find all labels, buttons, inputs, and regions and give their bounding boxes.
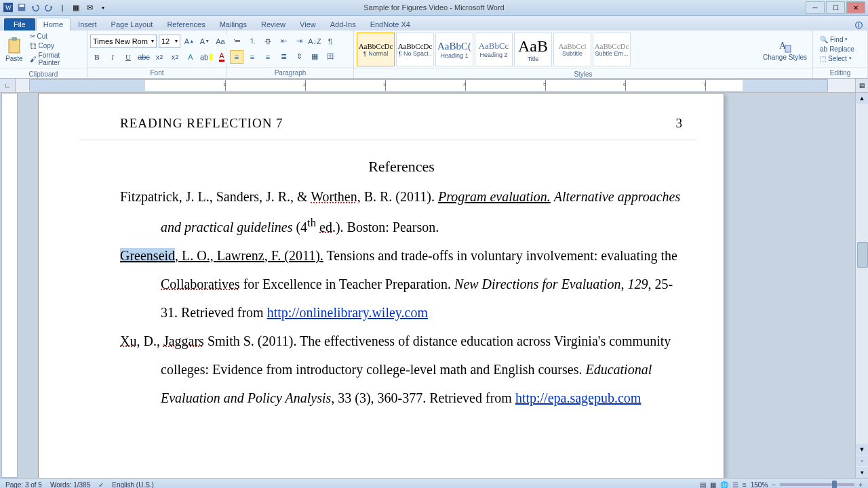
view-outline-icon[interactable]: ☰ (732, 481, 738, 489)
qat-dropdown-icon[interactable]: ▾ (98, 2, 108, 13)
maximize-button[interactable]: ☐ (826, 1, 845, 14)
cut-button[interactable]: ✂Cut (28, 32, 84, 41)
tab-endnote[interactable]: EndNote X4 (363, 18, 417, 30)
style-heading-1[interactable]: AaBbC(Heading 1 (435, 33, 473, 66)
status-page[interactable]: Page: 3 of 5 (5, 481, 42, 489)
close-button[interactable]: ✕ (846, 1, 865, 14)
zoom-value[interactable]: 150% (751, 481, 768, 489)
italic-button[interactable]: I (106, 50, 119, 64)
shrink-font-icon[interactable]: A▼ (198, 35, 212, 48)
tab-mailings[interactable]: Mailings (213, 18, 254, 30)
format-painter-button[interactable]: 🖌Format Painter (28, 51, 84, 67)
tab-review[interactable]: Review (254, 18, 292, 30)
tab-page-layout[interactable]: Page Layout (104, 18, 160, 30)
show-marks-button[interactable]: ¶ (323, 35, 337, 48)
font-color-button[interactable]: A (215, 50, 229, 64)
sort-button[interactable]: A↓Z (308, 35, 321, 48)
increase-indent-button[interactable]: ⇥ (292, 35, 306, 48)
vertical-scrollbar[interactable]: ▲ ▼ ◦ ▾ (855, 93, 868, 478)
bullets-button[interactable]: ≔ (230, 35, 243, 48)
grow-font-icon[interactable]: A▲ (182, 35, 196, 48)
tab-view[interactable]: View (293, 18, 323, 30)
status-language[interactable]: English (U.S.) (112, 481, 154, 489)
strikethrough-button[interactable]: abc (137, 50, 151, 64)
ruler-toggle-icon[interactable]: ▤ (855, 79, 868, 92)
style-heading-2[interactable]: AaBbCcHeading 2 (475, 33, 513, 66)
next-page-icon[interactable]: ▾ (856, 467, 868, 478)
reference-entry[interactable]: Fitzpatrick, J. L., Sanders, J. R., & Wo… (120, 182, 683, 241)
line-spacing-button[interactable]: ⇕ (292, 50, 306, 64)
group-editing: 🔍Find▾ abReplace ⬚Select▾ Editing (813, 30, 868, 78)
superscript-button[interactable]: x2 (168, 50, 182, 64)
view-print-icon[interactable]: ▤ (700, 481, 706, 489)
tab-addins[interactable]: Add-Ins (323, 18, 363, 30)
group-font: Times New Rom▾ 12▾ A▲ A▼ Aa ⌫ B I U abc … (87, 30, 227, 78)
style-title[interactable]: AaBTitle (514, 33, 552, 66)
horizontal-ruler[interactable]: 1234567 (29, 79, 828, 92)
status-words[interactable]: Words: 1/385 (50, 481, 90, 489)
scroll-up-icon[interactable]: ▲ (856, 93, 868, 104)
text-effects-icon[interactable]: A (184, 50, 197, 64)
paragraph-label: Paragraph (227, 67, 353, 78)
tab-home[interactable]: Home (36, 18, 71, 30)
replace-button[interactable]: abReplace (818, 45, 856, 54)
svg-text:W: W (5, 4, 12, 12)
replace-icon: ab (820, 45, 827, 53)
align-right-button[interactable]: ≡ (261, 50, 275, 64)
save-icon[interactable] (16, 2, 27, 13)
tab-selector[interactable]: ∟ (0, 79, 16, 92)
bold-button[interactable]: B (90, 50, 104, 64)
paste-button[interactable]: Paste (3, 37, 26, 62)
change-styles-button[interactable]: A Change Styles (760, 38, 810, 61)
view-web-icon[interactable]: 🌐 (720, 481, 728, 489)
redo-icon[interactable] (43, 2, 54, 13)
borders-button[interactable]: 田 (323, 50, 337, 64)
qat-sep: | (57, 2, 68, 13)
document-scroll[interactable]: READING REFLECTION 7 3 References Fitzpa… (18, 93, 868, 478)
scroll-down-icon[interactable]: ▼ (856, 444, 868, 455)
zoom-in-button[interactable]: + (859, 481, 863, 489)
header-page-number: 3 (676, 110, 684, 137)
change-case-icon[interactable]: Aa (214, 35, 227, 48)
style---normal[interactable]: AaBbCcDc¶ Normal (357, 33, 395, 66)
find-button[interactable]: 🔍Find▾ (818, 35, 856, 44)
minimize-button[interactable]: ─ (806, 1, 825, 14)
shading-button[interactable]: ▦ (308, 50, 321, 64)
reference-entry[interactable]: Xu, D., Jaggars Smith S. (2011). The eff… (120, 327, 683, 412)
multilevel-button[interactable]: ⯐ (261, 35, 275, 48)
align-center-button[interactable]: ≡ (245, 50, 259, 64)
decrease-indent-button[interactable]: ⇤ (277, 35, 290, 48)
reference-entry[interactable]: Greenseid, L. O., Lawrenz, F. (2011). Te… (120, 241, 683, 327)
svg-rect-4 (9, 39, 20, 53)
select-button[interactable]: ⬚Select▾ (818, 54, 856, 63)
tab-references[interactable]: References (160, 18, 212, 30)
font-family-select[interactable]: Times New Rom▾ (90, 35, 157, 48)
style-subtle-em---[interactable]: AaBbCcDcSubtle Em... (593, 33, 631, 66)
view-draft-icon[interactable]: ≡ (743, 481, 747, 489)
font-size-select[interactable]: 12▾ (159, 35, 180, 48)
help-icon[interactable]: ⓘ (855, 20, 863, 30)
scroll-thumb[interactable] (857, 242, 868, 268)
brush-icon: 🖌 (30, 56, 37, 63)
zoom-slider[interactable] (780, 483, 854, 486)
ribbon: Paste ✂Cut ⿻Copy 🖌Format Painter Clipboa… (0, 30, 868, 79)
style---no-spaci--[interactable]: AaBbCcDc¶ No Spaci.. (396, 33, 434, 66)
copy-button[interactable]: ⿻Copy (28, 41, 84, 50)
subscript-button[interactable]: x2 (153, 50, 166, 64)
undo-icon[interactable] (30, 2, 41, 13)
prev-page-icon[interactable]: ◦ (856, 455, 868, 466)
tab-insert[interactable]: Insert (71, 18, 104, 30)
view-full-icon[interactable]: ▦ (710, 481, 716, 489)
qat-icon[interactable]: ▦ (71, 2, 81, 13)
justify-button[interactable]: ≣ (277, 50, 290, 64)
vertical-ruler[interactable] (1, 93, 18, 478)
tab-file[interactable]: File (4, 18, 35, 30)
underline-button[interactable]: U (121, 50, 135, 64)
qat-icon2[interactable]: ✉ (84, 2, 95, 13)
numbering-button[interactable]: ⒈ (245, 35, 259, 48)
highlight-button[interactable]: ab (199, 50, 213, 64)
spellcheck-icon[interactable]: ✓ (98, 481, 104, 489)
zoom-out-button[interactable]: − (772, 481, 776, 489)
align-left-button[interactable]: ≡ (230, 50, 243, 64)
style-subtitle[interactable]: AaBbCclSubtitle (553, 33, 591, 66)
